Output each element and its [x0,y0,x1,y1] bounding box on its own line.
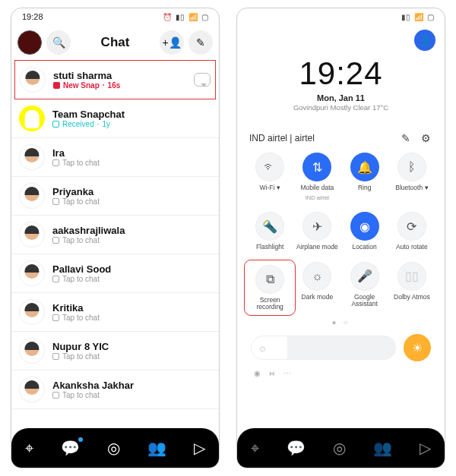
search-button[interactable]: 🔍 [46,30,71,55]
chat-text: Pallavi SoodTap to chat [52,263,211,283]
camera-tab[interactable]: ◎ [333,439,346,457]
chat-status: Tap to chat [52,314,211,322]
profile-avatar[interactable] [17,30,42,55]
qs-tile-bell[interactable]: 🔔Ring [341,153,388,201]
notification-icons: ◉ ᴍ ⋯ [246,367,435,379]
chat-row[interactable]: Pallavi SoodTap to chat [11,254,219,293]
rec-icon: ⧉ [255,265,284,294]
chat-name: Pallavi Sood [52,263,211,275]
torch-icon: 🔦 [255,212,284,241]
snap-status-icon [52,314,59,321]
wifi-icon: ᯤ [255,153,284,181]
qs-label: Ring [358,184,371,191]
status-bar: 19:28 ⏰ ▮▯ 📶 ▢ [11,8,219,25]
signal-icon: ▮▯ [176,13,185,21]
weather-line: Govindpuri Mostly Clear 17°C [237,103,445,112]
qs-tile-dolby[interactable]: ▯▯Dolby Atmos [388,262,435,314]
qs-tile-dark[interactable]: ☼Dark mode [293,262,340,314]
chat-tab[interactable]: 💬 [61,439,80,457]
bitmoji-avatar [19,144,45,170]
qs-label: Dark mode [302,294,334,301]
qs-tile-data[interactable]: ⇅Mobile dataIND airtel [293,153,340,201]
qs-label: Flashlight [256,244,283,251]
clock-block: 19:24 Mon, Jan 11 Govindpuri Mostly Clea… [237,55,445,112]
search-icon: 🔍 [52,36,65,49]
quick-settings-panel: IND airtel | airtel ✎ ⚙ ᯤWi-Fi ▾⇅Mobile … [237,127,445,379]
chat-tab[interactable]: 💬 [287,439,306,457]
dark-icon: ☼ [302,262,331,291]
qs-label: Bluetooth ▾ [395,184,428,191]
reply-icon[interactable] [194,73,211,87]
chat-status: Tap to chat [52,275,211,283]
bottom-nav: ⌖ 💬 ◎ 👥 ▷ [237,428,445,468]
chat-row[interactable]: Nupur 8 YICTap to chat [11,332,219,370]
qs-tile-rec[interactable]: ⧉Screen recording [246,262,293,314]
chat-row[interactable]: Akanksha JakharTap to chat [11,370,219,409]
signal-icon: ▮▯ [401,13,410,21]
auto-brightness-button[interactable]: ☀ [404,334,431,361]
brightness-slider[interactable]: ☼ [251,336,396,360]
bitmoji-avatar [19,260,45,286]
chat-text: IraTap to chat [52,147,211,167]
snap-status-icon [52,121,59,128]
chat-name: Nupur 8 YIC [52,341,211,352]
snap-status-icon [52,276,59,282]
brightness-low-icon: ☼ [258,342,268,354]
add-friend-icon: +👤 [162,36,181,49]
bitmoji-avatar [19,299,45,325]
qs-tile-mic[interactable]: 🎤Google Assistant [341,262,388,314]
qs-tile-rotate[interactable]: ⟳Auto rotate [388,212,435,251]
profile-button[interactable]: 👤 [414,30,435,51]
map-tab[interactable]: ⌖ [251,440,259,457]
spotlight-tab[interactable]: ▷ [420,439,431,457]
chat-status-label: Tap to chat [62,314,100,322]
chat-row[interactable]: KritikaTap to chat [11,293,219,332]
chat-list: stuti sharmaNew Snap · 16sTeam SnapchatR… [11,60,219,428]
rotate-icon: ⟳ [397,212,426,241]
bt-icon: ᛒ [397,153,426,181]
qs-tile-wifi[interactable]: ᯤWi-Fi ▾ [246,153,293,201]
chat-status: Received · 1y [52,120,211,128]
bitmoji-avatar [19,338,45,364]
snap-status-icon [53,82,60,89]
chat-status-label: Tap to chat [62,275,100,283]
chat-row[interactable]: IraTap to chat [11,138,219,177]
spotlight-tab[interactable]: ▷ [194,439,205,457]
page-title: Chat [75,35,155,50]
camera-tab[interactable]: ◎ [107,439,120,457]
qs-grid: ᯤWi-Fi ▾⇅Mobile dataIND airtel🔔RingᛒBlue… [246,153,435,314]
chat-row[interactable]: stuti sharmaNew Snap · 16s [14,60,216,99]
qs-tile-bt[interactable]: ᛒBluetooth ▾ [388,153,435,201]
add-friend-button[interactable]: +👤 [160,30,184,55]
chat-time: 16s [108,81,121,90]
chat-row[interactable]: Team SnapchatReceived · 1y [11,99,219,138]
chat-name: Akanksha Jakhar [52,380,211,391]
chat-name: Ira [52,147,211,159]
edit-tiles-button[interactable]: ✎ [399,131,413,145]
plane-icon: ✈ [302,212,331,241]
battery-icon: ▢ [427,13,434,21]
chat-status: Tap to chat [52,236,211,244]
map-tab[interactable]: ⌖ [25,440,33,457]
chat-status-label: Tap to chat [62,236,100,244]
alarm-icon: ⏰ [163,13,172,21]
chat-name: Priyanka [52,186,211,197]
snap-status-icon [52,353,59,360]
qs-tile-torch[interactable]: 🔦Flashlight [246,212,293,251]
stories-tab[interactable]: 👥 [147,439,166,457]
status-time: 19:28 [22,12,43,21]
qs-label: Google Assistant [341,294,388,308]
stories-tab[interactable]: 👥 [373,439,392,457]
settings-button[interactable]: ⚙ [419,131,432,145]
qs-label: Location [353,244,377,251]
page-indicator: ● ○ [246,318,435,326]
mic-icon: 🎤 [350,262,379,291]
status-bar: ▮▯ 📶 ▢ [237,8,445,25]
qs-sublabel: IND airtel [306,194,329,201]
qs-tile-plane[interactable]: ✈Airplane mode [293,212,340,251]
chat-row[interactable]: PriyankaTap to chat [11,177,219,216]
chat-row[interactable]: aakashrajliwalaTap to chat [11,216,219,254]
new-chat-button[interactable]: ✎ [188,30,213,55]
qs-tile-loc[interactable]: ◉Location [341,212,388,251]
signal-icon: 📶 [188,13,198,21]
